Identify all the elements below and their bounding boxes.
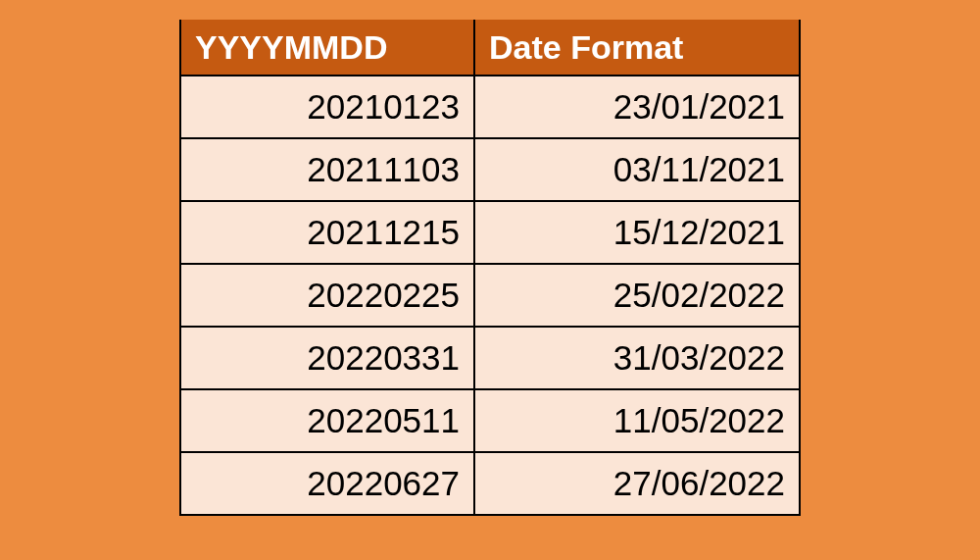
date-table: YYYYMMDD Date Format 20210123 23/01/2021… xyxy=(179,20,801,516)
table-cell: 20211215 xyxy=(181,202,473,263)
table-cell: 03/11/2021 xyxy=(475,139,799,200)
table-cell: 31/03/2022 xyxy=(475,328,799,388)
table-cell: 20220331 xyxy=(181,328,473,388)
table-cell: 23/01/2021 xyxy=(475,76,799,137)
table-cell: 11/05/2022 xyxy=(475,390,799,451)
table-cell: 15/12/2021 xyxy=(475,202,799,263)
table-cell: 20211103 xyxy=(181,139,473,200)
table-cell: 27/06/2022 xyxy=(475,453,799,514)
table-cell: 20220225 xyxy=(181,265,473,326)
header-yyyymmdd: YYYYMMDD xyxy=(181,20,473,75)
table-cell: 20210123 xyxy=(181,76,473,137)
table-cell: 25/02/2022 xyxy=(475,265,799,326)
header-date-format: Date Format xyxy=(475,20,799,75)
table-cell: 20220511 xyxy=(181,390,473,451)
table-cell: 20220627 xyxy=(181,453,473,514)
